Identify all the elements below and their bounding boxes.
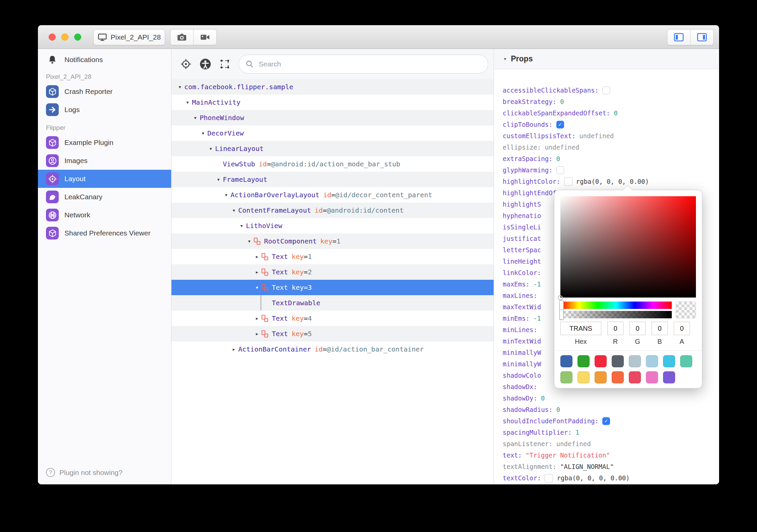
preset-color-swatch[interactable] — [595, 371, 607, 383]
saturation-area[interactable] — [560, 196, 696, 298]
tree-row[interactable]: ▾LithoView — [171, 218, 494, 233]
chevron-right-icon[interactable]: ▸ — [253, 269, 261, 275]
tree-row[interactable]: TextDrawable — [171, 295, 494, 311]
toggle-right-panel-button[interactable] — [690, 30, 713, 45]
red-input[interactable] — [607, 322, 623, 335]
tree-row[interactable]: ▾com.facebook.flipper.sample — [171, 79, 494, 95]
tree-row[interactable]: ▸ActionBarContainerid=@id/action_bar_con… — [171, 341, 494, 357]
tree-row[interactable]: ▸Textkey=5 — [171, 326, 494, 341]
preset-color-swatch[interactable] — [646, 355, 658, 367]
hue-slider[interactable] — [560, 302, 672, 309]
tree-row[interactable]: ▾RootComponentkey=1 — [171, 233, 494, 249]
screenshot-button[interactable] — [170, 30, 193, 45]
preset-color-swatch[interactable] — [629, 355, 641, 367]
device-selector-button[interactable]: Pixel_2_API_28 — [93, 29, 165, 45]
tree-row[interactable]: ▸Textkey=4 — [171, 311, 494, 326]
tree-row[interactable]: ▾PhoneWindow — [171, 110, 494, 125]
tree-row[interactable]: ▾Textkey=3 — [171, 280, 494, 295]
sidebar-item-shared-preferences-viewer[interactable]: Shared Preferences Viewer — [38, 224, 171, 242]
preset-color-swatch[interactable] — [629, 371, 641, 383]
alpha-input[interactable] — [674, 322, 690, 335]
color-swatch[interactable] — [564, 177, 572, 186]
chevron-down-icon[interactable]: ▾ — [253, 285, 261, 290]
tree-row[interactable]: ViewStubid=@android:id/action_mode_bar_s… — [171, 156, 494, 172]
minimize-button[interactable] — [61, 34, 68, 41]
blue-input[interactable] — [652, 322, 668, 335]
sidebar-item-logs[interactable]: Logs — [38, 101, 171, 119]
preset-color-swatch[interactable] — [577, 355, 590, 367]
preset-color-swatch[interactable] — [560, 371, 572, 383]
tree-attr-value: @id/action_bar_container — [327, 345, 424, 353]
sidebar-item-notifications[interactable]: Notifications — [38, 52, 171, 68]
close-button[interactable] — [49, 34, 56, 41]
tree-row[interactable]: ▾ActionBarOverlayLayoutid=@id/decor_cont… — [171, 187, 494, 203]
preset-color-swatch[interactable] — [680, 355, 692, 367]
prop-value: -1 — [533, 315, 541, 322]
chevron-right-icon[interactable]: ▸ — [253, 331, 261, 336]
prop-key: minLines: — [503, 326, 537, 333]
sidebar-item-leakcanary[interactable]: LeakCanary — [38, 188, 171, 206]
props-header[interactable]: ▾ Props — [494, 49, 719, 69]
sidebar-item-images[interactable]: Images — [38, 152, 171, 170]
tree-row[interactable]: ▾LinearLayout — [171, 141, 494, 156]
video-record-button[interactable] — [193, 30, 216, 45]
saturation-cursor[interactable] — [558, 296, 563, 300]
tree-row[interactable]: ▾ContentFrameLayoutid=@android:id/conten… — [171, 203, 494, 218]
plugin-help-link[interactable]: ? Plugin not showing? — [46, 468, 122, 477]
chevron-down-icon[interactable]: ▾ — [245, 238, 254, 244]
alpha-slider-handle[interactable] — [559, 310, 564, 320]
prop-value: "Trigger Notification" — [525, 451, 610, 459]
chevron-right-icon[interactable]: ▸ — [253, 254, 261, 259]
preset-color-swatch[interactable] — [612, 355, 624, 367]
preset-color-swatch[interactable] — [663, 371, 675, 383]
tree-attr-name: key — [292, 268, 304, 276]
sidebar-item-example-plugin[interactable]: Example Plugin — [38, 134, 171, 152]
tree-row[interactable]: ▸Textkey=2 — [171, 264, 494, 280]
preset-color-swatch[interactable] — [560, 355, 572, 367]
chevron-down-icon[interactable]: ▾ — [191, 115, 200, 120]
tree-node-name: TextDrawable — [272, 299, 320, 307]
target-mode-icon[interactable] — [180, 58, 192, 70]
sidebar-item-network[interactable]: Network — [38, 206, 171, 224]
chevron-down-icon[interactable]: ▾ — [237, 223, 246, 228]
preset-color-swatch[interactable] — [646, 371, 658, 383]
zoom-button[interactable] — [74, 34, 81, 41]
props-title: Props — [511, 54, 533, 63]
green-input[interactable] — [629, 322, 646, 335]
preset-color-swatch[interactable] — [663, 355, 675, 367]
search-input[interactable] — [258, 60, 481, 68]
chevron-down-icon[interactable]: ▾ — [175, 84, 184, 90]
tree-row[interactable]: ▾MainActivity — [171, 95, 494, 110]
sidebar-item-layout[interactable]: Layout — [38, 170, 171, 188]
toggle-left-panel-button[interactable] — [667, 30, 690, 45]
preset-color-swatch[interactable] — [595, 355, 607, 367]
chevron-down-icon[interactable]: ▾ — [230, 208, 238, 213]
chevron-down-icon[interactable]: ▾ — [199, 130, 207, 136]
accessibility-icon[interactable] — [200, 58, 211, 70]
tree-row[interactable]: ▸Textkey=1 — [171, 249, 494, 264]
tree-row[interactable]: ▾FrameLayout — [171, 172, 494, 187]
checkbox-unchecked[interactable] — [556, 166, 564, 174]
tree-node-name: Text — [272, 314, 288, 322]
chevron-right-icon[interactable]: ▸ — [253, 316, 261, 321]
preset-color-swatch[interactable] — [612, 371, 624, 383]
chevron-down-icon[interactable]: ▾ — [183, 100, 192, 105]
sidebar-item-crash-reporter[interactable]: Crash Reporter — [38, 83, 171, 101]
tree-attr-equals: = — [331, 191, 335, 199]
prop-value: -1 — [533, 280, 541, 288]
preset-color-swatch[interactable] — [577, 371, 590, 383]
hex-input[interactable] — [560, 322, 601, 335]
tree-row[interactable]: ▾DecorView — [171, 125, 494, 141]
checkbox-unchecked[interactable] — [602, 87, 610, 94]
a-label: A — [674, 338, 690, 345]
color-swatch[interactable] — [545, 474, 553, 482]
checkbox-checked[interactable]: ✓ — [602, 417, 610, 425]
chevron-right-icon[interactable]: ▸ — [230, 347, 238, 352]
chevron-down-icon[interactable]: ▾ — [222, 192, 231, 198]
chevron-down-icon[interactable]: ▾ — [214, 177, 223, 182]
checkbox-checked[interactable]: ✓ — [556, 121, 564, 128]
alpha-slider[interactable] — [560, 311, 672, 318]
chevron-down-icon[interactable]: ▾ — [206, 146, 215, 151]
hue-slider-handle[interactable] — [559, 300, 564, 310]
marquee-select-icon[interactable] — [219, 58, 231, 70]
